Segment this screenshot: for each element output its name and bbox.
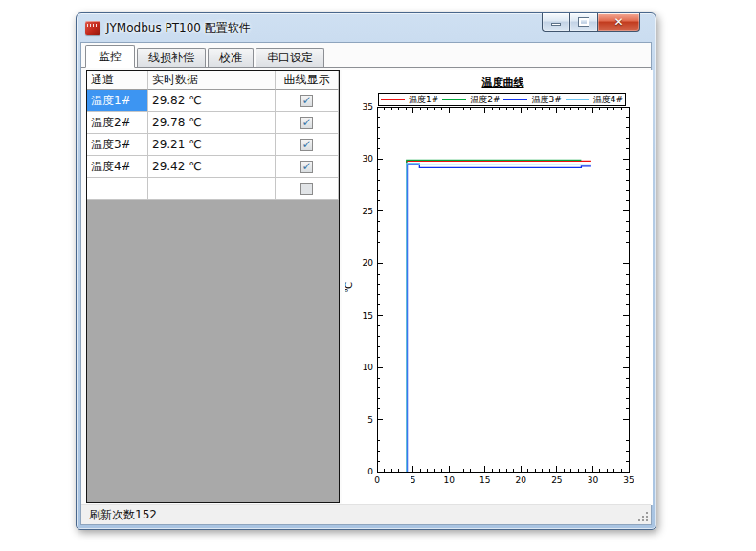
svg-text:10: 10 bbox=[443, 475, 455, 485]
checkbox-cell: ✓ bbox=[276, 90, 339, 112]
svg-text:0: 0 bbox=[374, 475, 380, 485]
tab-label: 线损补偿 bbox=[148, 50, 194, 66]
svg-text:10: 10 bbox=[363, 363, 374, 372]
channel-cell[interactable]: 温度3# bbox=[87, 134, 148, 156]
channel-cell[interactable]: 温度4# bbox=[87, 156, 148, 178]
minimize-icon bbox=[551, 23, 561, 26]
refresh-count-text: 刷新次数152 bbox=[89, 507, 157, 523]
chart-panel: 温度曲线 温度1# 温度2# 温度3# 温度4# ℃ 0510152025303… bbox=[342, 70, 653, 505]
curve-display-checkbox[interactable]: ✓ bbox=[300, 95, 313, 107]
series-line bbox=[408, 165, 591, 472]
status-bar: 刷新次数152 bbox=[81, 504, 651, 524]
table-row: 温度1# 29.82 ℃ ✓ bbox=[87, 90, 339, 112]
window-controls: ✕ bbox=[542, 13, 640, 32]
channel-cell[interactable]: 温度1# bbox=[87, 90, 148, 112]
svg-text:30: 30 bbox=[588, 475, 599, 485]
tab-label: 串口设定 bbox=[267, 50, 313, 66]
tab-label: 校准 bbox=[219, 50, 242, 66]
channel-cell[interactable]: 温度2# bbox=[87, 112, 148, 134]
tab-calibration[interactable]: 校准 bbox=[208, 48, 254, 67]
checkbox-cell: ✓ bbox=[276, 134, 339, 156]
svg-text:5: 5 bbox=[367, 415, 373, 425]
table-row bbox=[87, 178, 339, 200]
table-row: 温度2# 29.78 ℃ ✓ bbox=[87, 112, 339, 134]
tab-line-loss-compensation[interactable]: 线损补偿 bbox=[137, 48, 206, 67]
temperature-chart: 0510152025303505101520253035 bbox=[342, 70, 653, 505]
close-button[interactable]: ✕ bbox=[597, 13, 640, 32]
header-realtime-data[interactable]: 实时数据 bbox=[148, 71, 276, 90]
checkbox-cell: ✓ bbox=[276, 112, 339, 134]
window-title: JYModbus PT100 配置软件 bbox=[106, 20, 251, 36]
checkbox-cell bbox=[276, 178, 339, 200]
svg-text:5: 5 bbox=[411, 475, 416, 485]
svg-text:0: 0 bbox=[367, 467, 373, 476]
checkbox-cell: ✓ bbox=[276, 156, 339, 178]
series-line bbox=[407, 164, 591, 472]
series-line bbox=[407, 160, 582, 472]
value-cell[interactable]: 29.78 ℃ bbox=[148, 112, 276, 134]
curve-display-checkbox[interactable]: ✓ bbox=[300, 139, 313, 151]
svg-text:25: 25 bbox=[363, 207, 373, 216]
header-channel[interactable]: 通道 bbox=[87, 71, 148, 90]
header-curve-display[interactable]: 曲线显示 bbox=[276, 71, 339, 90]
table-row: 温度4# 29.42 ℃ ✓ bbox=[87, 156, 339, 178]
svg-text:15: 15 bbox=[363, 311, 373, 320]
svg-text:20: 20 bbox=[516, 475, 527, 485]
curve-display-checkbox[interactable] bbox=[300, 183, 313, 195]
maximize-button[interactable] bbox=[569, 13, 597, 32]
tab-serial-settings[interactable]: 串口设定 bbox=[256, 48, 324, 67]
svg-text:15: 15 bbox=[479, 475, 490, 485]
svg-text:20: 20 bbox=[363, 258, 374, 268]
maximize-icon bbox=[579, 18, 589, 26]
table-header-row: 通道 实时数据 曲线显示 bbox=[87, 71, 339, 90]
svg-text:35: 35 bbox=[623, 475, 634, 485]
table-row: 温度3# 29.21 ℃ ✓ bbox=[87, 134, 339, 156]
svg-text:35: 35 bbox=[363, 102, 373, 112]
value-cell[interactable]: 29.21 ℃ bbox=[148, 134, 276, 156]
tab-bar: 监控 线损补偿 校准 串口设定 bbox=[81, 45, 651, 68]
value-cell[interactable] bbox=[148, 178, 276, 200]
curve-display-checkbox[interactable]: ✓ bbox=[300, 117, 313, 129]
svg-text:25: 25 bbox=[551, 475, 562, 485]
app-icon bbox=[85, 21, 100, 35]
resize-grip[interactable] bbox=[637, 511, 648, 521]
app-window: JYModbus PT100 配置软件 ✕ 监控 线损补偿 校准 串口设定 通道… bbox=[76, 12, 656, 530]
svg-text:30: 30 bbox=[363, 154, 374, 164]
curve-display-checkbox[interactable]: ✓ bbox=[300, 161, 313, 173]
value-cell[interactable]: 29.42 ℃ bbox=[148, 156, 276, 178]
value-cell[interactable]: 29.82 ℃ bbox=[148, 90, 276, 112]
client-area: 监控 线损补偿 校准 串口设定 通道 实时数据 曲线显示 温度1# 29.82 … bbox=[80, 42, 652, 525]
channel-table: 通道 实时数据 曲线显示 温度1# 29.82 ℃ ✓ 温度2# 29.78 ℃… bbox=[86, 70, 340, 503]
minimize-button[interactable] bbox=[542, 13, 569, 32]
tab-label: 监控 bbox=[99, 49, 122, 65]
tab-monitor[interactable]: 监控 bbox=[85, 45, 135, 68]
channel-cell[interactable] bbox=[87, 178, 148, 200]
series-line bbox=[407, 161, 591, 472]
close-icon: ✕ bbox=[613, 15, 623, 29]
